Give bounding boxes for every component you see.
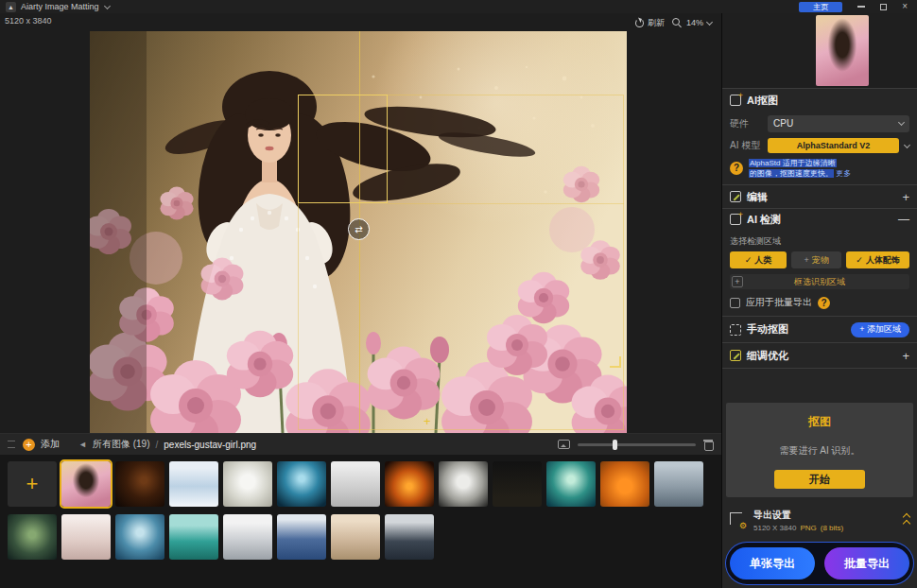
chevron-down-icon[interactable] [904, 141, 910, 147]
breadcrumb-all-images[interactable]: 所有图像 (19) [93, 438, 150, 451]
thumbnail-denim-woman[interactable] [277, 514, 326, 560]
minimize-icon[interactable] [857, 6, 865, 8]
thumbnail-white-sculpture[interactable] [439, 461, 488, 507]
status-title: 抠图 [808, 414, 831, 430]
thumbnail-dark-coat-figure[interactable] [385, 514, 434, 560]
crop-corner-mark [610, 356, 621, 368]
model-description: AlphaStd 适用于边缘清晰 的图像，抠图速度更快。 更多 [749, 158, 909, 179]
crop-horizontal-guide [388, 203, 624, 204]
refresh-button[interactable]: 刷新 [635, 17, 665, 29]
edit-panel-header[interactable]: 编辑 + [722, 185, 917, 209]
thumbnail-blue-paint-woman[interactable] [115, 514, 164, 560]
thumbnail-dark-artwork[interactable] [493, 461, 542, 507]
start-button[interactable]: 开始 [774, 470, 865, 489]
back-arrow-icon[interactable]: ◄ [78, 440, 87, 449]
collapse-icon[interactable]: — [898, 213, 909, 226]
thumbnail-forest-portrait[interactable] [8, 514, 57, 560]
ai-matting-panel-header[interactable]: AI抠图 [722, 89, 917, 112]
thumbnail-fire-dancer[interactable] [385, 461, 434, 507]
single-export-button[interactable]: 单张导出 [730, 547, 815, 579]
thumbnail-silver-car[interactable] [223, 514, 272, 560]
add-region-button[interactable]: + 添加区域 [851, 322, 909, 337]
add-image-icon[interactable]: + [23, 439, 35, 451]
option-pet[interactable]: + 宠物 [791, 251, 841, 268]
export-settings-icon [730, 512, 746, 528]
hardware-label: 硬件 [730, 117, 762, 130]
finetune-add-icon[interactable]: + [902, 349, 909, 363]
manual-matting-header[interactable]: 手动抠图 + 添加区域 [722, 317, 917, 343]
close-icon[interactable]: × [902, 2, 908, 11]
slider-thumb[interactable] [613, 440, 617, 450]
title-menu-chevron-icon[interactable] [104, 2, 111, 9]
matting-status-card: 抠图 需要进行 AI 识别。 开始 [726, 403, 913, 497]
gallery-toolbar: + 添加 ◄ 所有图像 (19) / pexels-gustav-girl.pn… [0, 434, 721, 455]
ai-detect-icon [730, 214, 741, 225]
plus-icon: + [804, 255, 808, 265]
thumbnail-dandelion[interactable] [223, 461, 272, 507]
compare-slider-handle[interactable]: ⇄ [348, 218, 370, 240]
thumbnail-row-2 [8, 514, 714, 560]
ai-detect-panel-header[interactable]: AI 检测 — [722, 209, 917, 230]
learn-more-link[interactable]: 更多 [836, 169, 851, 178]
gallery-panel: + 添加 ◄ 所有图像 (19) / pexels-gustav-girl.pn… [0, 433, 721, 588]
thumbnail-beige-sweater[interactable] [331, 514, 380, 560]
thumbnail-teal-hair-woman[interactable] [546, 461, 596, 507]
maximize-icon[interactable] [880, 4, 887, 10]
export-settings-row[interactable]: 导出设置 5120 X 3840 PNG (8 bits) [722, 497, 917, 535]
edit-add-icon[interactable]: + [902, 190, 909, 204]
detect-options: ✓ 人类 + 宠物 ✓ 人体配饰 [722, 250, 917, 270]
delete-image-icon[interactable] [703, 439, 714, 450]
thumbnail-teal-car[interactable] [169, 514, 218, 560]
model-select[interactable]: AlphaStandard V2 [768, 138, 899, 153]
batch-export-button[interactable]: 批量导出 [824, 547, 909, 579]
apply-batch-checkbox[interactable] [730, 298, 740, 308]
magnifier-icon [672, 18, 683, 28]
thumbnail-pale-portrait[interactable] [61, 514, 111, 560]
model-label: AI 模型 [730, 139, 762, 152]
option-human[interactable]: ✓ 人类 [730, 251, 787, 268]
ai-matting-icon [730, 95, 741, 106]
status-message: 需要进行 AI 识别。 [779, 444, 859, 458]
thumbnail-orange-jacket[interactable] [600, 461, 649, 507]
expand-up-icon[interactable] [904, 514, 909, 527]
thumbnail-dancers[interactable] [331, 461, 380, 507]
model-row: AI 模型 AlphaStandard V2 [722, 135, 917, 156]
window-controls: × [857, 2, 908, 11]
box-select-row[interactable]: + 框选识别区域 [730, 274, 909, 289]
thumbnail-size-icon[interactable] [558, 440, 570, 449]
thumbnail-size-slider[interactable] [578, 439, 696, 450]
edit-icon [730, 191, 741, 202]
thumbnail-girl-flowers[interactable] [61, 461, 111, 507]
hardware-row: 硬件 CPU [722, 112, 917, 135]
image-size-label: 5120 x 3840 [5, 16, 52, 26]
breadcrumb-divider: / [155, 440, 158, 450]
thumbnail-sunset-silhouette[interactable] [115, 461, 164, 507]
box-select-label: 框选识别区域 [730, 276, 909, 288]
sidebar: AI抠图 硬件 CPU AI 模型 AlphaStandard V2 ? Alp… [721, 13, 917, 588]
thumbnail-skier[interactable] [169, 461, 218, 507]
finetune-header[interactable]: 细调优化 + [722, 343, 917, 369]
zoom-control[interactable]: 14% [672, 18, 712, 28]
thumbnail-jellyfish[interactable] [277, 461, 326, 507]
app-logo-icon: ▲ [6, 2, 16, 12]
thumbnail-sea-woman[interactable] [654, 461, 703, 507]
add-image-label[interactable]: 添加 [41, 438, 60, 451]
thumbnail-add-image[interactable] [8, 461, 57, 507]
option-accessory[interactable]: ✓ 人体配饰 [846, 251, 909, 268]
model-description-row: ? AlphaStd 适用于边缘清晰 的图像，抠图速度更快。 更多 [722, 156, 917, 185]
image-preview[interactable] [816, 15, 869, 86]
help-icon[interactable]: ? [730, 162, 743, 175]
face-detection-rect[interactable] [298, 95, 388, 203]
app-window: ▲ Aiarty Image Matting 主页 × 5120 x 3840 … [0, 0, 917, 588]
check-icon: ✓ [856, 255, 863, 265]
help-icon[interactable]: ? [818, 297, 830, 309]
export-format: PNG [800, 524, 816, 532]
canvas-area[interactable]: 5120 x 3840 刷新 14% [0, 13, 721, 433]
panel-handle-icon[interactable] [8, 441, 15, 448]
chevron-down-icon [898, 119, 905, 126]
app-title: Aiarty Image Matting [21, 2, 99, 11]
home-button[interactable]: 主页 [799, 2, 842, 12]
titlebar: ▲ Aiarty Image Matting 主页 × [0, 0, 917, 13]
hardware-select[interactable]: CPU [768, 115, 909, 132]
zoom-value: 14% [686, 18, 703, 27]
